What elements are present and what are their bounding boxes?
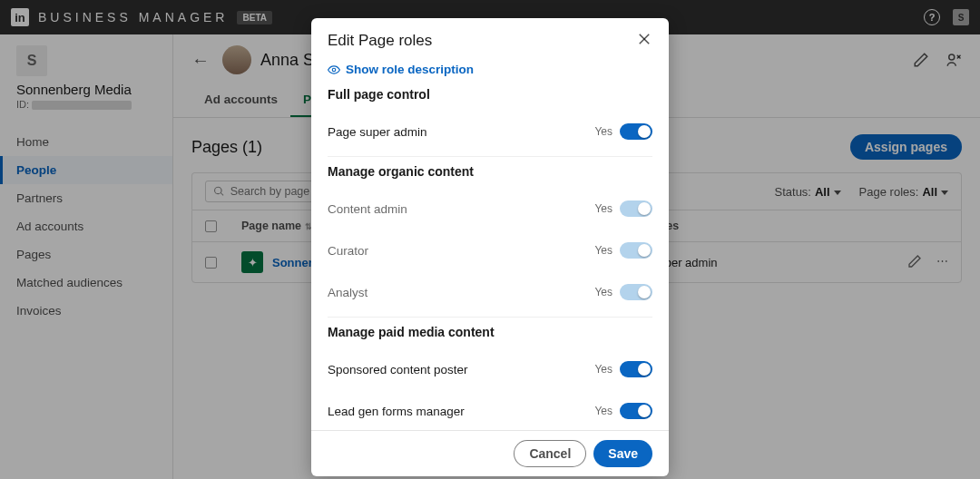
- toggle-analyst[interactable]: [620, 284, 652, 300]
- edit-page-roles-modal: Edit Page roles Show role description Fu…: [311, 18, 669, 476]
- yes-label: Yes: [594, 286, 612, 298]
- role-content-admin-label: Content admin: [328, 202, 407, 216]
- close-icon[interactable]: [636, 31, 652, 50]
- save-button[interactable]: Save: [593, 440, 652, 467]
- toggle-sponsored[interactable]: [620, 361, 652, 377]
- role-curator-label: Curator: [328, 244, 368, 258]
- modal-backdrop: Edit Page roles Show role description Fu…: [0, 0, 980, 479]
- show-role-description-link[interactable]: Show role description: [328, 63, 652, 76]
- group-full-page-control: Full page control: [328, 87, 652, 102]
- modal-title: Edit Page roles: [328, 32, 432, 50]
- role-super-admin-label: Page super admin: [328, 125, 427, 139]
- role-sponsored-label: Sponsored content poster: [328, 363, 468, 376]
- role-leadgen-label: Lead gen forms manager: [328, 405, 465, 418]
- yes-label: Yes: [594, 405, 612, 417]
- group-organic-content: Manage organic content: [328, 164, 652, 179]
- toggle-super-admin[interactable]: [620, 123, 652, 140]
- toggle-content-admin[interactable]: [620, 200, 652, 217]
- yes-label: Yes: [594, 244, 612, 257]
- svg-point-5: [332, 68, 336, 72]
- toggle-leadgen[interactable]: [620, 403, 652, 419]
- yes-label: Yes: [594, 202, 612, 215]
- eye-icon: [328, 64, 340, 76]
- yes-label: Yes: [594, 363, 612, 376]
- toggle-curator[interactable]: [620, 242, 652, 259]
- group-paid-media: Manage paid media content: [328, 325, 652, 339]
- cancel-button[interactable]: Cancel: [514, 440, 586, 467]
- role-analyst-label: Analyst: [328, 286, 368, 299]
- yes-label: Yes: [594, 125, 612, 138]
